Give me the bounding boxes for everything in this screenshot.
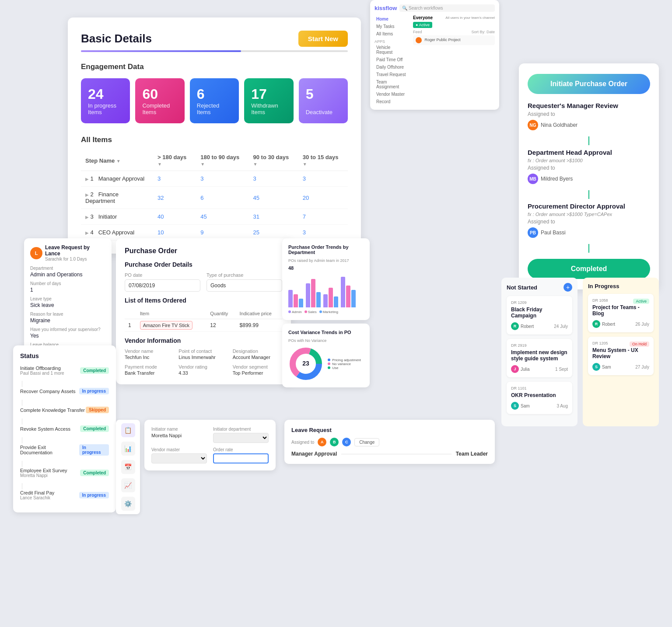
cell-d30-3: 31 <box>248 209 298 225</box>
legend-dot-use <box>328 366 330 369</box>
kanban-card-3: DR 1101 OKR Presentation S Sam 3 Aug <box>507 382 572 414</box>
bar-chart-subtitle: POs raised by Admin team in 2017 <box>288 258 364 263</box>
wf-icon-form[interactable]: 📋 <box>121 423 135 437</box>
kf-nav-record[interactable]: Record <box>374 98 410 105</box>
workflow-step-3: Procurement Director Approval fx : Order… <box>528 202 650 238</box>
po-type-select[interactable]: Goods <box>206 279 282 292</box>
table-header-180[interactable]: > 180 days ▼ <box>153 150 196 171</box>
kanban-card-4-badge: Active <box>633 299 649 304</box>
lr-change-button[interactable]: Change <box>354 438 379 446</box>
kf-feed-item: Roger Public Project <box>413 35 495 45</box>
table-header-90[interactable]: 180 to 90 days ▼ <box>196 150 248 171</box>
wf-icon-settings[interactable]: ⚙️ <box>121 497 135 511</box>
cell-toggle-1[interactable]: ▶ 1 Manager Approval <box>81 171 153 187</box>
avatar-ng: NG <box>528 120 538 130</box>
kanban-card-1-footer: R Robert 24 July <box>511 322 568 330</box>
kf-search-box[interactable]: 🔍 Search workflows <box>399 4 495 12</box>
po-item-row: 1 Amazon Fire TV Stick 12 $899.99 <box>125 319 282 332</box>
status-badge-6: Completed <box>80 470 109 476</box>
po-card-title: Purchase Order <box>125 247 282 255</box>
po-col-item: Item <box>136 308 207 319</box>
bf-dept-label: Initiator department <box>213 427 269 432</box>
status-connector-3 <box>22 418 22 425</box>
leave-card-header: L Leave Request by Lance Sarachik for 1.… <box>30 244 105 261</box>
kf-nav-offshore[interactable]: Daily Offshore <box>374 63 410 71</box>
table-header-15[interactable]: 30 to 15 days ▼ <box>298 150 348 171</box>
bar-group-4 <box>341 277 356 307</box>
po-date-input[interactable] <box>125 279 200 292</box>
workflow-step-2-title: Department Head Approval <box>528 149 650 156</box>
kanban-card-4-footer: R Robert 26 July <box>592 320 649 328</box>
workflow-completed-button[interactable]: Completed <box>528 259 650 279</box>
kanban-card-2-person: J Julia <box>511 365 530 373</box>
po-list-title: List of Items Ordered <box>125 297 282 304</box>
stat-card-deactivate[interactable]: 5 Deactivate <box>299 78 348 123</box>
stat-label-rejected: Rejected Items <box>197 102 232 115</box>
table-row: ▶ 1 Manager Approval 3 3 3 3 <box>81 171 348 187</box>
vendor-segment-group: Vendor segment Top Performer <box>233 364 282 376</box>
legend-admin: Admin <box>288 310 302 314</box>
stat-card-inprogress[interactable]: 24 In progress Items <box>81 78 130 123</box>
kf-sidebar: Home My Tasks All Items APPS Vehicle Req… <box>374 15 410 105</box>
bar-chart-title: Purchase Order Trends by Department <box>288 244 364 255</box>
initiate-po-button[interactable]: Initiate Purchase Order <box>528 74 650 94</box>
kf-feed-header: Feed Sort By: Date <box>413 30 495 34</box>
vendor-segment-value: Top Performer <box>233 370 282 376</box>
wf-icon-calendar[interactable]: 📅 <box>121 460 135 474</box>
kanban-col-header-not-started: Not Started + <box>507 283 572 292</box>
table-row: ▶ 2 Finance Department 32 6 45 20 <box>81 187 348 209</box>
kanban-add-button-not-started[interactable]: + <box>564 283 572 292</box>
po-item-name: Amazon Fire TV Stick <box>140 321 192 330</box>
kf-nav-tasks[interactable]: My Tasks <box>374 23 410 30</box>
kanban-card-3-person: S Sam <box>511 402 530 410</box>
workflow-step-3-title: Procurement Director Approval <box>528 202 650 210</box>
status-badge-1: Completed <box>80 367 109 374</box>
workflow-assignee-1: NG Nina Goldhaber <box>528 120 650 130</box>
cell-toggle-2[interactable]: ▶ 2 Finance Department <box>81 187 153 209</box>
kissflow-widget: kissflow 🔍 Search workflows Home My Task… <box>370 0 499 110</box>
kf-nav-vehicle[interactable]: Vehicle Request <box>374 44 410 56</box>
kf-nav-home[interactable]: Home <box>374 15 410 23</box>
kf-nav-vendor[interactable]: Vendor Master <box>374 91 410 98</box>
bar-admin-2 <box>306 283 310 307</box>
kf-sort-label[interactable]: Sort By: Date <box>471 30 495 34</box>
kf-feed-label: Feed <box>413 30 422 34</box>
stat-card-withdrawn[interactable]: 17 Withdrawn Items <box>244 78 293 123</box>
status-card: Status Initiate Offboarding Paul Bassi a… <box>13 345 116 512</box>
start-new-button[interactable]: Start New <box>298 31 348 47</box>
stat-card-rejected[interactable]: 6 Rejected Items <box>190 78 239 123</box>
wf-icon-table[interactable]: 📊 <box>121 442 135 456</box>
legend-dot-sales <box>304 310 307 313</box>
cell-d90-2: 6 <box>196 187 248 209</box>
donut-legend-3: Use <box>328 366 361 370</box>
legend-dot-admin <box>288 310 291 313</box>
bf-dept-select[interactable] <box>213 433 269 443</box>
vendor-contact-value: Linus Immerwahr <box>178 355 228 360</box>
kf-nav-team[interactable]: Team Assignment <box>374 78 410 91</box>
status-badge-7: In progress <box>79 492 109 498</box>
kf-nav-timeoff[interactable]: Paid Time Off <box>374 56 410 63</box>
bf-initiator-label: Initiator name <box>151 427 207 432</box>
stat-card-completed[interactable]: 60 Completed Items <box>135 78 184 123</box>
bf-rate-label: Order rate <box>213 447 269 452</box>
bf-rate-input[interactable] <box>213 453 269 463</box>
leave-dept-label: Department <box>30 266 105 271</box>
cell-d180-3: 40 <box>153 209 196 225</box>
kf-nav-items[interactable]: All Items <box>374 30 410 38</box>
table-header-step[interactable]: Step Name ▼ <box>81 150 153 171</box>
table-row: ▶ 3 Initiator 40 45 31 7 <box>81 209 348 225</box>
table-header-30[interactable]: 90 to 30 days ▼ <box>248 150 298 171</box>
bar-chart-viz <box>288 272 364 307</box>
lr-bottom-assignee-row: Assigned to A B C Change <box>291 438 488 446</box>
status-item-7: Credit Final Pay Lance Sarachik In progr… <box>20 490 109 500</box>
status-item-1: Initiate Offboarding Paul Bassi and 1 mo… <box>20 366 109 376</box>
bf-vendor-select[interactable] <box>151 453 207 463</box>
leave-informed-value: Yes <box>30 333 105 339</box>
cell-toggle-3[interactable]: ▶ 3 Initiator <box>81 209 153 225</box>
cell-d15-1: 3 <box>298 171 348 187</box>
progress-bar-fill <box>81 50 241 52</box>
wf-icon-chart[interactable]: 📈 <box>121 478 135 492</box>
kf-body: Home My Tasks All Items APPS Vehicle Req… <box>374 15 495 105</box>
vendor-designation-group: Designation Account Manager <box>233 348 282 360</box>
kf-nav-travel[interactable]: Travel Request <box>374 71 410 78</box>
